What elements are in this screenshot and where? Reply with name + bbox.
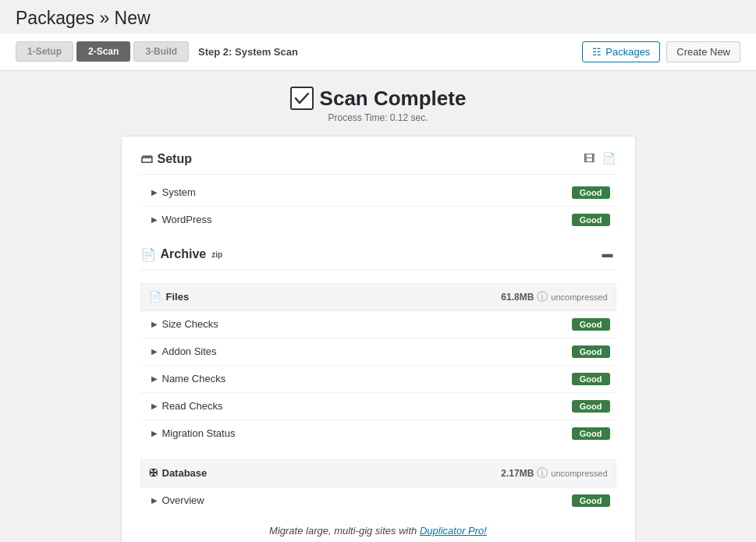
- archive-title: 📄 Archivezip: [140, 247, 223, 262]
- step-1-setup[interactable]: 1-Setup: [16, 41, 73, 62]
- database-size-label: uncompressed: [551, 469, 607, 478]
- database-subsection-header: ✠ Database 2.17MB ⓘ uncompressed: [140, 459, 616, 487]
- scan-complete-text: Scan Complete: [320, 87, 467, 111]
- database-row-overview[interactable]: ▶ Overview Good: [140, 487, 616, 514]
- status-badge-size-checks: Good: [572, 318, 610, 331]
- setup-row-system[interactable]: ▶ System Good: [140, 179, 616, 207]
- top-bar: 1-Setup 2-Scan 3-Build Step 2: System Sc…: [0, 34, 756, 71]
- database-title: ✠ Database: [149, 467, 208, 479]
- archive-row-read-checks[interactable]: ▶ Read Checks Good: [140, 393, 616, 420]
- database-meta: 2.17MB ⓘ uncompressed: [501, 466, 607, 480]
- setup-rows: ▶ System Good ▶ WordPress Good: [140, 179, 616, 233]
- status-badge-wordpress: Good: [572, 214, 610, 226]
- files-size-label: uncompressed: [551, 292, 607, 302]
- status-badge-migration-status: Good: [572, 427, 610, 440]
- svg-rect-0: [291, 87, 313, 109]
- setup-actions: 🎞 📄: [584, 152, 616, 166]
- step-description: Step 2: System Scan: [198, 46, 298, 58]
- database-icon: ✠: [149, 467, 158, 479]
- packages-icon: ☷: [592, 46, 602, 58]
- files-info-icon[interactable]: ⓘ: [537, 290, 548, 304]
- files-subsection: 📄 Files 61.8MB ⓘ uncompressed ▶ Size Che…: [140, 283, 616, 514]
- chevron-icon: ▶: [151, 496, 158, 505]
- setup-icon: 🗃: [140, 152, 153, 166]
- setup-row-wordpress[interactable]: ▶ WordPress Good: [140, 207, 616, 233]
- database-info-icon[interactable]: ⓘ: [537, 466, 548, 480]
- archive-row-addon-sites[interactable]: ▶ Addon Sites Good: [140, 338, 616, 366]
- database-rows: ▶ Overview Good: [140, 487, 616, 514]
- status-badge-addon-sites: Good: [572, 345, 610, 358]
- chevron-icon: ▶: [151, 429, 158, 437]
- create-new-button[interactable]: Create New: [666, 41, 740, 62]
- film-icon[interactable]: 🎞: [584, 152, 598, 166]
- scan-process-time: Process Time: 0.12 sec.: [16, 112, 740, 123]
- chevron-icon: ▶: [151, 402, 158, 410]
- setup-title: 🗃 Setup: [140, 152, 192, 166]
- archive-section: 📄 Archivezip ▬ 📄 Files 61.8MB ⓘ: [140, 247, 616, 514]
- database-subsection: ✠ Database 2.17MB ⓘ uncompressed ▶: [140, 459, 616, 514]
- archive-section-header: 📄 Archivezip ▬: [140, 247, 616, 271]
- scan-complete-title: Scan Complete: [16, 87, 740, 111]
- zip-label: zip: [211, 250, 222, 259]
- chevron-icon: ▶: [151, 374, 158, 383]
- files-size: 61.8MB: [501, 292, 534, 303]
- archive-actions: ▬: [602, 247, 616, 261]
- step-2-scan[interactable]: 2-Scan: [76, 41, 130, 62]
- step-3-build[interactable]: 3-Build: [133, 41, 189, 62]
- status-badge-read-checks: Good: [572, 400, 610, 413]
- minimize-icon[interactable]: ▬: [602, 247, 616, 261]
- archive-row-migration-status[interactable]: ▶ Migration Status Good: [140, 420, 616, 447]
- archive-icon: 📄: [140, 247, 156, 262]
- status-badge-system: Good: [572, 186, 610, 199]
- checkmark-icon: [290, 87, 314, 110]
- info-icon-setup[interactable]: 📄: [602, 152, 616, 166]
- main-content: Scan Complete Process Time: 0.12 sec. 🗃 …: [0, 71, 756, 542]
- archive-row-name-checks[interactable]: ▶ Name Checks Good: [140, 366, 616, 393]
- scan-complete-header: Scan Complete Process Time: 0.12 sec.: [16, 87, 740, 123]
- setup-section-header: 🗃 Setup 🎞 📄: [140, 152, 616, 175]
- chevron-icon: ▶: [151, 320, 158, 328]
- files-subsection-header: 📄 Files 61.8MB ⓘ uncompressed: [140, 283, 616, 311]
- chevron-icon: ▶: [151, 347, 158, 356]
- page-title: Packages » New: [0, 0, 756, 34]
- top-bar-actions: ☷ Packages Create New: [582, 41, 740, 62]
- database-size: 2.17MB: [501, 468, 534, 479]
- archive-rows: ▶ Size Checks Good ▶ Addon Sites Good: [140, 311, 616, 447]
- status-badge-name-checks: Good: [572, 373, 610, 385]
- chevron-icon: ▶: [151, 215, 158, 224]
- chevron-icon: ▶: [151, 188, 158, 197]
- footer-note: Migrate large, multi-gig sites with Dupl…: [140, 514, 616, 540]
- packages-button[interactable]: ☷ Packages: [582, 41, 660, 62]
- archive-row-size-checks[interactable]: ▶ Size Checks Good: [140, 311, 616, 338]
- steps-nav: 1-Setup 2-Scan 3-Build Step 2: System Sc…: [16, 41, 298, 62]
- files-title: 📄 Files: [149, 291, 190, 303]
- duplicator-pro-link[interactable]: Duplicator Pro!: [420, 525, 487, 537]
- files-meta: 61.8MB ⓘ uncompressed: [501, 290, 607, 304]
- files-icon: 📄: [149, 291, 161, 303]
- status-badge-overview: Good: [572, 494, 610, 507]
- scan-results-card: 🗃 Setup 🎞 📄 ▶ System Good ▶ WordPress: [121, 136, 636, 542]
